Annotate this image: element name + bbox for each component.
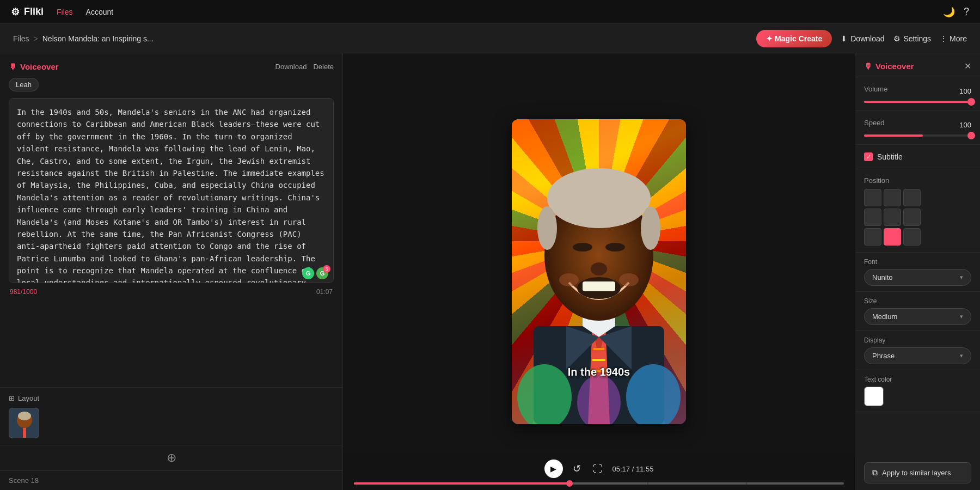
speed-label: Speed xyxy=(864,119,885,127)
svg-point-13 xyxy=(573,243,592,252)
speed-slider-thumb xyxy=(967,132,975,139)
font-dropdown[interactable]: Nunito ▾ xyxy=(864,269,971,286)
more-button[interactable]: ⋮ More xyxy=(940,34,967,43)
text-color-label: Text color xyxy=(864,376,971,383)
font-dropdown-row: Font Nunito ▾ xyxy=(855,253,980,292)
add-scene-bar: ⊕ xyxy=(0,445,342,470)
layout-thumbnail[interactable] xyxy=(9,408,39,438)
nav-files[interactable]: Files xyxy=(57,8,73,16)
download-button[interactable]: ⬇ Download xyxy=(841,34,884,43)
apply-btn-label: Apply to similar layers xyxy=(882,469,951,477)
progress-bar[interactable] xyxy=(354,482,844,485)
subtitle-label: Subtitle xyxy=(877,152,903,161)
svg-point-10 xyxy=(547,168,651,228)
display-dropdown[interactable]: Phrase ▾ xyxy=(864,347,971,364)
grammarly-g-wrapper: G xyxy=(302,267,314,279)
svg-point-18 xyxy=(559,273,579,286)
subtitle-checkbox[interactable]: ✓ xyxy=(864,152,873,161)
position-cell-7[interactable] xyxy=(884,228,901,246)
time-display: 05:17 / 11:55 xyxy=(612,465,654,473)
position-label: Position xyxy=(864,176,889,185)
volume-slider-track xyxy=(864,101,971,103)
layout-header: ⊞ Layout xyxy=(9,394,334,402)
segment xyxy=(648,482,745,485)
layout-thumbnail-image xyxy=(9,408,39,438)
voice-chip[interactable]: Leah xyxy=(9,78,39,91)
svg-point-2 xyxy=(18,412,31,420)
volume-slider-fill xyxy=(864,101,971,103)
volume-label: Volume xyxy=(864,85,887,93)
svg-point-14 xyxy=(605,243,625,252)
text-color-preview[interactable] xyxy=(864,387,884,406)
app-logo: ⚙ Fliki xyxy=(11,6,44,18)
volume-slider-thumb xyxy=(967,98,975,106)
more-label: More xyxy=(950,34,967,43)
voiceover-title: 🎙 Voiceover xyxy=(9,62,59,71)
nav-account[interactable]: Account xyxy=(86,8,114,16)
position-cell-2[interactable] xyxy=(903,189,921,206)
voiceover-section: 🎙 Voiceover Download Delete Leah G G xyxy=(0,53,342,387)
position-grid xyxy=(864,189,971,246)
help-button[interactable]: ? xyxy=(964,6,969,17)
position-cell-5[interactable] xyxy=(903,209,921,226)
center-panel: In the 1940s ▶ ↺ ⛶ 05:17 / 11:55 xyxy=(343,53,855,490)
svg-point-11 xyxy=(537,206,557,250)
dark-mode-button[interactable]: 🌙 xyxy=(943,6,955,18)
position-cell-1[interactable] xyxy=(884,189,901,206)
top-navigation: ⚙ Fliki Files Account 🌙 ? xyxy=(0,0,980,24)
volume-slider-row xyxy=(864,101,971,103)
voiceover-download-btn[interactable]: Download xyxy=(275,63,307,71)
svg-point-15 xyxy=(591,262,607,275)
size-value: Medium xyxy=(872,313,897,321)
display-value: Phrase xyxy=(872,352,895,360)
font-dropdown-arrow: ▾ xyxy=(960,274,963,281)
volume-label-row: Volume 100 xyxy=(864,85,971,97)
position-cell-8[interactable] xyxy=(903,228,921,246)
panel-title-label: Voiceover xyxy=(875,62,914,71)
svg-rect-26 xyxy=(592,359,605,361)
size-dropdown-arrow: ▾ xyxy=(960,313,963,320)
size-label: Size xyxy=(864,297,971,305)
subtitle-overlay: In the 1940s xyxy=(512,366,686,378)
position-cell-3[interactable] xyxy=(864,209,881,226)
apply-section: ⧉ Apply to similar layers xyxy=(855,456,980,490)
size-dropdown-row: Size Medium ▾ xyxy=(855,292,980,331)
right-panel-close-button[interactable]: ✕ xyxy=(964,61,971,71)
position-cell-6[interactable] xyxy=(864,228,881,246)
voiceover-textarea[interactable] xyxy=(9,98,334,283)
apply-to-similar-button[interactable]: ⧉ Apply to similar layers xyxy=(864,462,971,483)
controls-row: ▶ ↺ ⛶ 05:17 / 11:55 xyxy=(354,460,844,478)
speed-slider-track xyxy=(864,134,971,137)
right-panel-title: 🎙 Voiceover xyxy=(864,62,914,71)
fullscreen-button[interactable]: ⛶ xyxy=(591,461,605,477)
position-cell-0[interactable] xyxy=(864,189,881,206)
play-button[interactable]: ▶ xyxy=(544,460,563,478)
magic-create-button[interactable]: ✦ Magic Create xyxy=(756,30,832,47)
breadcrumb-bar: Files > Nelson Mandela: an Inspiring s..… xyxy=(0,24,980,53)
main-layout: 🎙 Voiceover Download Delete Leah G G xyxy=(0,53,980,490)
copy-icon: ⧉ xyxy=(872,468,878,477)
magic-create-label: ✦ Magic Create xyxy=(766,34,822,43)
settings-button[interactable]: ⚙ Settings xyxy=(893,34,932,43)
grammarly-g-icon[interactable]: G xyxy=(302,267,314,279)
size-dropdown[interactable]: Medium ▾ xyxy=(864,308,971,325)
thumbnail-svg xyxy=(9,408,39,438)
font-value: Nunito xyxy=(872,273,893,281)
segment xyxy=(747,482,844,485)
scene-label: Scene 18 xyxy=(9,476,39,485)
subtitle-text: In the 1940s xyxy=(568,366,630,378)
voiceover-delete-btn[interactable]: Delete xyxy=(313,63,334,71)
speed-label-row: Speed 100 xyxy=(864,119,971,131)
position-cell-4[interactable] xyxy=(884,209,901,226)
add-scene-button[interactable]: ⊕ xyxy=(167,452,176,464)
replay-button[interactable]: ↺ xyxy=(571,461,583,477)
volume-section: Volume 100 xyxy=(855,77,980,111)
layout-section: ⊞ Layout xyxy=(0,387,342,445)
speed-value: 100 xyxy=(959,121,971,129)
video-controls: ▶ ↺ ⛶ 05:17 / 11:55 xyxy=(343,454,855,490)
svg-rect-4 xyxy=(23,428,26,438)
download-label: Download xyxy=(850,34,884,43)
volume-value: 100 xyxy=(959,87,971,95)
settings-label: Settings xyxy=(904,34,932,43)
breadcrumb-root[interactable]: Files xyxy=(13,34,29,43)
